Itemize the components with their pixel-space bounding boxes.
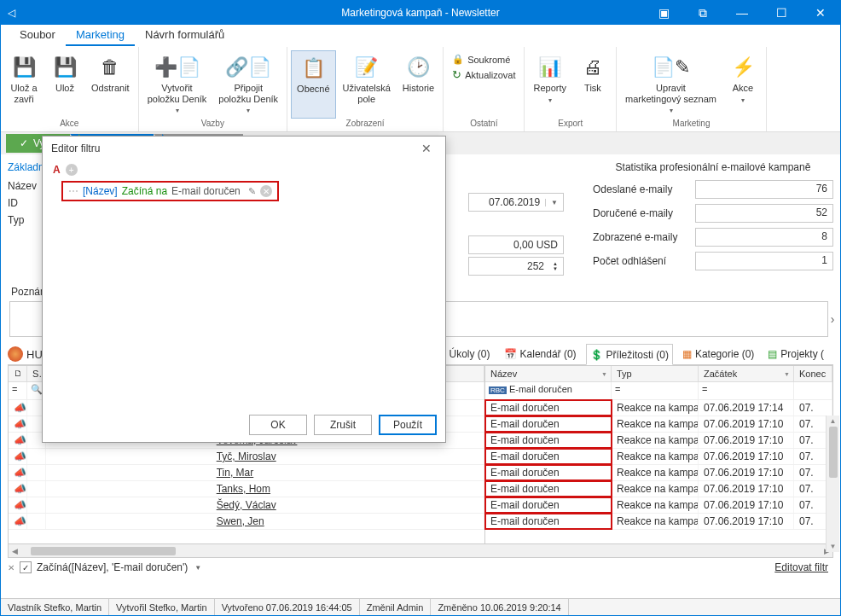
filter-checkbox[interactable]: ✓ — [20, 561, 32, 573]
vertical-scrollbar[interactable]: ▲ ▼ — [826, 416, 839, 552]
create-journal-button[interactable]: ➕📄Vytvořitpoložku Deník ▾ — [142, 50, 212, 119]
horizontal-scrollbar[interactable]: ◀ ▶ — [8, 544, 833, 558]
cost-input[interactable]: 0,00 USD — [468, 235, 564, 254]
popout-icon[interactable]: ⧉ — [683, 1, 722, 25]
contact-name-cell[interactable]: Tanks, Hom — [46, 481, 484, 497]
reports-button-icon: 📊 — [538, 54, 561, 81]
table-row[interactable]: 📣Šedý, Václav — [9, 497, 484, 514]
edit-marketing-list-button[interactable]: 📄✎Upravitmarketingový seznam ▾ — [620, 50, 722, 119]
contact-name-cell[interactable]: Šedý, Václav — [46, 497, 484, 513]
reports-button-label: Reporty ▾ — [533, 83, 566, 104]
scroll-left-icon[interactable]: ◀ — [9, 547, 20, 555]
filter-condition-row[interactable]: ⋯ [Název] Začíná na E-mail doručen ✎ ✕ — [61, 181, 279, 201]
table-row[interactable]: E-mail doručenReakce na kampaň07.06.2019… — [485, 497, 832, 514]
private-toggle[interactable]: 🔒Soukromé — [452, 54, 510, 65]
menu-tabs: Soubor Marketing Návrh formulářů — [1, 25, 840, 47]
stat-value: 76 — [695, 180, 833, 199]
contact-name-cell[interactable]: Swen, Jen — [46, 514, 484, 529]
filter-dropdown-icon[interactable]: ▼ — [194, 564, 201, 572]
table-row[interactable]: E-mail doručenReakce na kampaň07.06.2019… — [485, 465, 832, 481]
add-condition-icon[interactable]: + — [66, 164, 78, 176]
filter-cell-type[interactable]: = — [612, 382, 699, 399]
reports-button[interactable]: 📊Reporty ▾ — [528, 50, 571, 119]
cell-start: 07.06.2019 17:10 — [699, 497, 794, 513]
grid-header-end[interactable]: Konec — [794, 366, 832, 381]
table-row[interactable]: 📣Swen, Jen — [9, 514, 484, 530]
attach-journal-button[interactable]: 🔗📄Připojitpoložku Deník ▾ — [213, 50, 283, 119]
filter-cell-end[interactable] — [794, 382, 832, 399]
back-icon[interactable]: ◁ — [8, 7, 15, 19]
grid-header-start[interactable]: Začátek — [699, 366, 794, 381]
campaign-icon: 📣 — [14, 418, 26, 430]
tab-file[interactable]: Soubor — [9, 25, 66, 46]
expand-note-icon[interactable]: › — [826, 301, 838, 337]
calendar-tab[interactable]: 📅Kalendář (0) — [500, 344, 581, 364]
edit-marketing-list-button-icon: 📄✎ — [652, 54, 690, 81]
spinner-icon[interactable]: ▲▼ — [549, 261, 558, 271]
contact-name-cell[interactable]: Tin, Mar — [46, 465, 484, 480]
edit-filter-link[interactable]: Editovat filtr — [774, 561, 828, 573]
tab-form-design[interactable]: Návrh formulářů — [135, 25, 235, 46]
chevron-down-icon: ▾ — [246, 107, 250, 114]
edit-pencil-icon[interactable]: ✎ — [248, 186, 256, 197]
categories-tab[interactable]: ▦Kategorie (0) — [678, 344, 758, 364]
cell-start: 07.06.2019 17:10 — [699, 514, 794, 529]
filter-operator[interactable]: Začíná na — [122, 185, 167, 197]
scroll-down-icon[interactable]: ▼ — [830, 543, 837, 550]
maximize-icon[interactable]: ☐ — [762, 1, 801, 25]
filter-root-operator[interactable]: A — [53, 164, 61, 176]
dialog-close-icon[interactable]: ✕ — [416, 142, 437, 155]
date-input[interactable]: 07.06.2019▼ — [468, 193, 564, 212]
user-field-button[interactable]: 📝Uživatelskápole — [338, 50, 396, 119]
print-button[interactable]: 🖨Tisk — [573, 50, 612, 119]
scroll-thumb-v[interactable] — [829, 427, 838, 478]
delete-button[interactable]: 🗑Odstranit — [86, 50, 135, 119]
filter-field[interactable]: [Název] — [83, 185, 118, 197]
filter-cell-icon[interactable]: = — [9, 382, 27, 399]
scroll-up-icon[interactable]: ▲ — [830, 417, 837, 425]
contact-name-cell[interactable]: Tyč, Miroslav — [46, 449, 484, 464]
general-button[interactable]: 📋Obecné — [291, 50, 336, 119]
table-row[interactable]: E-mail doručenReakce na kampaň07.06.2019… — [485, 514, 832, 530]
collapse-icon[interactable]: ▣ — [644, 1, 683, 25]
cell-name: E-mail doručen — [485, 449, 612, 464]
calendar-tab-label: Kalendář (0) — [520, 348, 577, 360]
opportunities-tab-icon: 💲 — [590, 349, 603, 361]
filter-cell-name[interactable]: RBCE-mail doručen — [485, 382, 612, 399]
ok-button[interactable]: OK — [249, 415, 307, 435]
grid-header-type[interactable]: Typ — [612, 366, 699, 381]
close-window-icon[interactable]: ✕ — [801, 1, 840, 25]
delete-condition-icon[interactable]: ✕ — [260, 185, 272, 197]
edit-marketing-list-button-label: Upravitmarketingový seznam ▾ — [625, 83, 716, 115]
cell-name: E-mail doručen — [485, 400, 612, 416]
tab-marketing[interactable]: Marketing — [66, 25, 135, 46]
chevron-down-icon[interactable]: ▼ — [545, 199, 558, 206]
save-close-button[interactable]: 💾Ulož azavři — [4, 50, 44, 119]
table-row[interactable]: E-mail doručenReakce na kampaň07.06.2019… — [485, 400, 832, 416]
table-row[interactable]: E-mail doručenReakce na kampaň07.06.2019… — [485, 416, 832, 433]
actions-button[interactable]: ⚡Akce ▾ — [723, 50, 763, 119]
cancel-button[interactable]: Zrušit — [314, 415, 372, 435]
filter-cell-start[interactable]: = — [699, 382, 794, 399]
table-row[interactable]: E-mail doručenReakce na kampaň07.06.2019… — [485, 449, 832, 465]
table-row[interactable]: 📣Tin, Mar — [9, 465, 484, 481]
refresh-button[interactable]: ↻Aktualizovat — [452, 68, 515, 81]
scroll-thumb[interactable] — [31, 547, 176, 555]
grid-header-icon[interactable]: 🗋 — [9, 366, 27, 381]
table-row[interactable]: 📣Tanks, Hom — [9, 481, 484, 497]
opportunities-tab[interactable]: 💲Příležitosti (0) — [586, 344, 673, 365]
grid-header-name[interactable]: Název — [485, 366, 612, 381]
count-input[interactable]: 252▲▼ — [468, 257, 564, 276]
table-row[interactable]: 📣Tyč, Miroslav — [9, 449, 484, 465]
projects-tab[interactable]: ▤Projekty ( — [763, 344, 828, 364]
minimize-icon[interactable]: — — [722, 1, 762, 25]
history-button-icon: 🕑 — [407, 54, 430, 81]
table-row[interactable]: E-mail doručenReakce na kampaň07.06.2019… — [485, 481, 832, 497]
save-button[interactable]: 💾Ulož — [45, 50, 84, 119]
filter-value[interactable]: E-mail doručen — [171, 185, 241, 197]
apply-button[interactable]: Použít — [379, 415, 437, 435]
chevron-down-icon: ▾ — [741, 96, 745, 104]
history-button[interactable]: 🕑Historie — [397, 50, 439, 119]
table-row[interactable]: E-mail doručenReakce na kampaň07.06.2019… — [485, 433, 832, 449]
filter-close-icon[interactable]: ✕ — [8, 563, 14, 572]
